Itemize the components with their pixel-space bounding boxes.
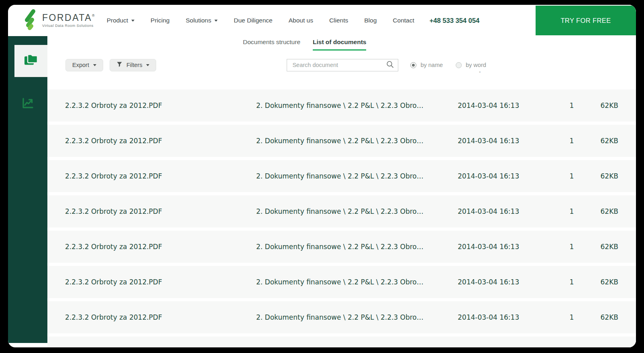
- doc-count: 1: [545, 101, 598, 110]
- table-row[interactable]: 2.2.3.2 Orbroty za 2012.PDF 2. Dokumenty…: [47, 125, 636, 157]
- doc-count: 1: [545, 243, 598, 251]
- document-tabs: Documents structure List of documents: [47, 39, 636, 51]
- table-row[interactable]: 2.2.3.2 Orbroty za 2012.PDF 2. Dokumenty…: [47, 89, 636, 122]
- doc-path: 2. Dokumenty finansowe \ 2.2 P&L \ 2.2.3…: [256, 278, 425, 286]
- registered-mark: ®: [92, 14, 95, 18]
- brand-name: FORDATA®: [42, 13, 95, 22]
- brand-tagline: Virtual Data Room Solutions: [42, 24, 95, 28]
- table-row[interactable]: 2.2.3.2 Orbroty za 2012.PDF 2. Dokumenty…: [47, 160, 636, 192]
- funnel-icon: [116, 61, 122, 69]
- doc-count: 1: [545, 137, 598, 145]
- nav-item-product[interactable]: Product: [107, 17, 135, 24]
- doc-date: 2014-03-04 16:13: [425, 243, 545, 251]
- doc-name[interactable]: 2.2.3.2 Orbroty za 2012.PDF: [65, 313, 256, 321]
- doc-date: 2014-03-04 16:13: [425, 101, 545, 110]
- fordata-logo-icon: [22, 9, 39, 32]
- content-panel: Documents structure List of documents Ex…: [47, 36, 636, 347]
- doc-name[interactable]: 2.2.3.2 Orbroty za 2012.PDF: [65, 101, 256, 110]
- folders-icon: [23, 54, 39, 68]
- doc-size: 62KB: [598, 313, 618, 321]
- table-row[interactable]: 2.2.3.2 Orbroty za 2012.PDF 2. Dokumenty…: [47, 301, 636, 333]
- app-window: FORDATA® Virtual Data Room Solutions Pro…: [8, 5, 636, 347]
- main-nav: Product Pricing Solutions Due Diligence …: [107, 17, 414, 24]
- tab-list-of-documents[interactable]: List of documents: [313, 39, 366, 51]
- magnifier-icon[interactable]: [386, 61, 394, 70]
- radio-by-word-label: by word: [466, 62, 486, 68]
- doc-size: 62KB: [598, 243, 618, 251]
- table-row[interactable]: 2.2.3.2 Orbroty za 2012.PDF 2. Dokumenty…: [47, 337, 636, 347]
- nav-item-pricing[interactable]: Pricing: [151, 17, 169, 24]
- nav-item-solutions[interactable]: Solutions: [185, 17, 218, 24]
- filters-button-label: Filters: [126, 62, 142, 68]
- chevron-down-icon: [146, 64, 149, 66]
- chevron-down-icon: [214, 20, 218, 22]
- doc-date: 2014-03-04 16:13: [425, 313, 545, 321]
- search-box: [287, 59, 398, 71]
- doc-path: 2. Dokumenty finansowe \ 2.2 P&L \ 2.2.3…: [256, 207, 425, 215]
- doc-size: 62KB: [598, 137, 618, 145]
- chevron-down-icon: [93, 64, 96, 66]
- toolbar: Export Filters: [47, 59, 636, 71]
- nav-item-due-diligence[interactable]: Due Diligence: [234, 17, 273, 24]
- doc-name[interactable]: 2.2.3.2 Orbroty za 2012.PDF: [65, 172, 256, 180]
- filters-button[interactable]: Filters: [110, 59, 156, 71]
- nav-item-label: Pricing: [151, 17, 169, 24]
- doc-name[interactable]: 2.2.3.2 Orbroty za 2012.PDF: [65, 243, 256, 251]
- doc-path: 2. Dokumenty finansowe \ 2.2 P&L \ 2.2.3…: [256, 137, 425, 145]
- try-for-free-button[interactable]: TRY FOR FREE: [536, 6, 636, 35]
- chart-line-icon: [20, 96, 35, 112]
- nav-item-label: Clients: [329, 17, 348, 24]
- doc-size: 62KB: [598, 101, 618, 110]
- doc-date: 2014-03-04 16:13: [425, 278, 545, 286]
- doc-size: 62KB: [598, 172, 618, 180]
- doc-count: 1: [545, 172, 598, 180]
- search-input[interactable]: [292, 62, 386, 68]
- table-row[interactable]: 2.2.3.2 Orbroty za 2012.PDF 2. Dokumenty…: [47, 195, 636, 227]
- export-button-label: Export: [72, 62, 89, 68]
- fordata-logo-text: FORDATA® Virtual Data Room Solutions: [42, 13, 95, 28]
- nav-item-label: Blog: [364, 17, 377, 24]
- radio-by-name-label: by name: [420, 62, 443, 68]
- radio-button-icon: [410, 62, 416, 68]
- doc-date: 2014-03-04 16:13: [425, 207, 545, 215]
- tab-documents-structure[interactable]: Documents structure: [243, 39, 300, 51]
- doc-size: 62KB: [598, 207, 618, 215]
- doc-size: 62KB: [598, 278, 618, 286]
- nav-item-contact[interactable]: Contact: [393, 17, 414, 24]
- doc-path: 2. Dokumenty finansowe \ 2.2 P&L \ 2.2.3…: [256, 172, 425, 180]
- fordata-logo[interactable]: FORDATA® Virtual Data Room Solutions: [22, 9, 95, 32]
- doc-date: 2014-03-04 16:13: [425, 137, 545, 145]
- nav-item-about-us[interactable]: About us: [289, 17, 313, 24]
- top-navbar: FORDATA® Virtual Data Room Solutions Pro…: [8, 5, 636, 36]
- radio-button-icon: [456, 62, 462, 68]
- radio-by-name[interactable]: by name: [410, 62, 443, 68]
- sidebar: [8, 36, 47, 343]
- nav-item-label: Contact: [393, 17, 414, 24]
- doc-count: 1: [545, 207, 598, 215]
- doc-name[interactable]: 2.2.3.2 Orbroty za 2012.PDF: [65, 137, 256, 145]
- nav-item-label: Product: [107, 17, 128, 24]
- document-list: 2.2.3.2 Orbroty za 2012.PDF 2. Dokumenty…: [47, 89, 636, 347]
- table-row[interactable]: 2.2.3.2 Orbroty za 2012.PDF 2. Dokumenty…: [47, 231, 636, 263]
- nav-item-blog[interactable]: Blog: [364, 17, 377, 24]
- doc-count: 1: [545, 313, 598, 321]
- cursor-dash: -: [479, 69, 481, 75]
- nav-item-label: Due Diligence: [234, 17, 273, 24]
- doc-path: 2. Dokumenty finansowe \ 2.2 P&L \ 2.2.3…: [256, 243, 425, 251]
- nav-item-label: Solutions: [185, 17, 211, 24]
- table-row[interactable]: 2.2.3.2 Orbroty za 2012.PDF 2. Dokumenty…: [47, 266, 636, 298]
- main-area: Documents structure List of documents Ex…: [8, 36, 636, 347]
- doc-count: 1: [545, 278, 598, 286]
- nav-item-clients[interactable]: Clients: [329, 17, 348, 24]
- export-button[interactable]: Export: [65, 59, 103, 71]
- phone-number[interactable]: +48 533 354 054: [430, 17, 479, 24]
- doc-name[interactable]: 2.2.3.2 Orbroty za 2012.PDF: [65, 207, 256, 215]
- doc-path: 2. Dokumenty finansowe \ 2.2 P&L \ 2.2.3…: [256, 313, 425, 321]
- doc-name[interactable]: 2.2.3.2 Orbroty za 2012.PDF: [65, 278, 256, 286]
- radio-by-word[interactable]: by word -: [456, 62, 486, 68]
- sidebar-item-reports[interactable]: [8, 96, 47, 112]
- chevron-down-icon: [131, 20, 135, 22]
- nav-item-label: About us: [289, 17, 313, 24]
- doc-path: 2. Dokumenty finansowe \ 2.2 P&L \ 2.2.3…: [256, 101, 425, 110]
- sidebar-item-documents[interactable]: [14, 45, 47, 77]
